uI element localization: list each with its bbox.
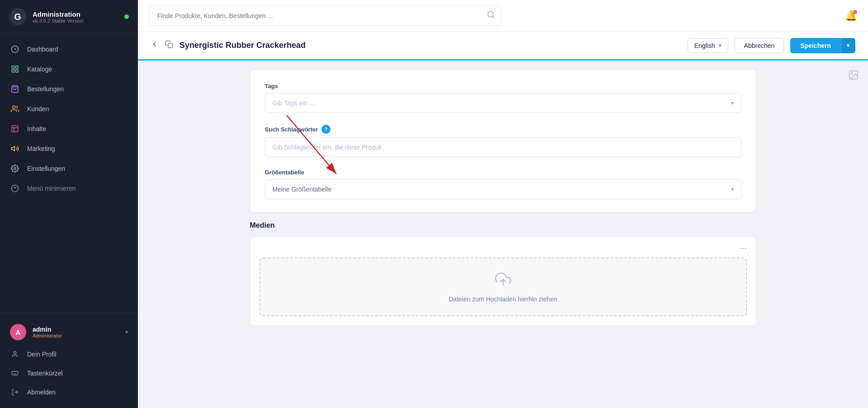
sidebar-item-einstellungen[interactable]: Einstellungen <box>0 159 138 178</box>
abmelden-icon <box>10 387 20 397</box>
dropzone-text: Dateien zum Hochladen hierhin ziehen <box>448 295 557 303</box>
suchschlagwoerter-field-group: Such Schlagwörter ? <box>265 125 741 157</box>
svg-marker-10 <box>12 146 15 151</box>
page-title: Synergistic Rubber Crackerhead <box>179 41 306 50</box>
upload-icon <box>495 271 511 291</box>
marketing-icon <box>10 144 20 154</box>
media-more-button[interactable]: ··· <box>740 244 746 253</box>
tastenkuerzel-label: Tastenkürzel <box>27 370 63 377</box>
language-label: English <box>694 42 715 49</box>
content-inner: Tags Gib Tags ein ... ▾ Such Schlagwörte… <box>232 61 774 344</box>
sidebar-item-label-einstellungen: Einstellungen <box>27 165 65 172</box>
svg-point-13 <box>14 352 16 354</box>
bestellungen-icon <box>10 84 20 94</box>
tags-label: Tags <box>265 83 741 89</box>
sidebar-item-label-dashboard: Dashboard <box>27 46 58 53</box>
sidebar-item-label-marketing: Marketing <box>27 145 55 152</box>
profil-icon <box>10 349 20 359</box>
svg-point-22 <box>851 73 853 74</box>
sidebar-nav: Dashboard Kataloge Bestellungen Kunden <box>0 34 138 313</box>
save-button[interactable]: Speichern <box>790 38 841 53</box>
main-area: 🔔 Synergistic Rubber Crackerhead English… <box>138 0 868 408</box>
sidebar-item-kataloge[interactable]: Kataloge <box>0 59 138 79</box>
topbar-right: 🔔 <box>845 10 857 22</box>
app-title: Administration <box>33 10 84 18</box>
suchschlagwoerter-label: Such Schlagwörter ? <box>265 125 741 134</box>
media-card: ··· Dateien zum Hochladen hierhin ziehen <box>250 237 756 326</box>
language-selector[interactable]: English ▾ <box>688 38 728 53</box>
minimize-label: Menü minimieren <box>27 185 75 192</box>
content-scroll[interactable]: Tags Gib Tags ein ... ▾ Such Schlagwörte… <box>138 61 868 408</box>
svg-rect-3 <box>12 66 14 68</box>
cancel-button[interactable]: Abbrechen <box>735 38 784 53</box>
copy-button[interactable] <box>165 40 173 51</box>
user-avatar: A <box>10 324 26 340</box>
sidebar-item-abmelden[interactable]: Abmelden <box>0 383 138 402</box>
medien-title: Medien <box>250 221 756 230</box>
svg-point-16 <box>488 11 493 17</box>
svg-point-12 <box>12 185 19 192</box>
kunden-icon <box>10 104 20 114</box>
user-row[interactable]: A admin Administrator ▾ <box>0 319 138 345</box>
save-dropdown-button[interactable]: ▾ <box>841 38 855 53</box>
svg-point-11 <box>14 168 16 170</box>
suchschlagwoerter-input[interactable] <box>265 137 741 157</box>
user-chevron-icon: ▾ <box>125 329 128 335</box>
user-name: admin <box>33 326 62 333</box>
svg-rect-6 <box>16 70 18 72</box>
dropzone[interactable]: Dateien zum Hochladen hierhin ziehen <box>259 258 747 316</box>
svg-rect-9 <box>12 126 18 132</box>
sidebar-item-tastenkuerzel[interactable]: Tastenkürzel <box>0 364 138 383</box>
sidebar-item-label-kataloge: Kataloge <box>27 66 52 73</box>
medien-section: Medien ··· Dateien zum Hochladen hierhin… <box>250 221 756 326</box>
sidebar: G Administration v6.3.5.2 Stable Version… <box>0 0 138 408</box>
save-button-group: Speichern ▾ <box>790 38 855 53</box>
sidebar-item-label-bestellungen: Bestellungen <box>27 85 64 93</box>
app-version: v6.3.5.2 Stable Version <box>33 18 84 23</box>
einstellungen-icon <box>10 164 20 174</box>
tags-chevron-icon: ▾ <box>731 100 734 106</box>
sidebar-item-inhalte[interactable]: Inhalte <box>0 119 138 139</box>
sidebar-item-label-inhalte: Inhalte <box>27 125 46 132</box>
sidebar-item-profil[interactable]: Dein Profil <box>0 345 138 364</box>
search-wrapper <box>149 6 501 26</box>
groessentabelle-chevron-icon: ▾ <box>731 186 734 192</box>
inhalte-icon <box>10 124 20 134</box>
product-details-card: Tags Gib Tags ein ... ▾ Such Schlagwörte… <box>250 70 756 212</box>
image-panel-button[interactable] <box>848 70 859 83</box>
sidebar-item-kunden[interactable]: Kunden <box>0 99 138 119</box>
status-dot <box>124 14 129 19</box>
notification-badge <box>853 10 857 14</box>
kataloge-icon <box>10 64 20 74</box>
help-icon[interactable]: ? <box>321 125 330 134</box>
minimize-menu[interactable]: Menü minimieren <box>0 178 138 198</box>
content-header: Synergistic Rubber Crackerhead English ▾… <box>138 32 868 61</box>
groessentabelle-value: Meine Größentabelle <box>273 186 332 193</box>
sidebar-item-marketing[interactable]: Marketing <box>0 139 138 159</box>
notification-button[interactable]: 🔔 <box>845 10 857 22</box>
sidebar-item-bestellungen[interactable]: Bestellungen <box>0 79 138 99</box>
app-title-block: Administration v6.3.5.2 Stable Version <box>33 10 84 23</box>
profil-label: Dein Profil <box>27 351 57 358</box>
minimize-icon <box>10 183 20 193</box>
search-button[interactable] <box>487 10 495 21</box>
svg-line-17 <box>492 16 494 17</box>
sidebar-item-dashboard[interactable]: Dashboard <box>0 39 138 59</box>
groessentabelle-field-group: Größentabelle Meine Größentabelle ▾ <box>265 169 741 199</box>
app-logo: G <box>9 8 26 25</box>
media-toolbar: ··· <box>250 237 756 258</box>
groessentabelle-select[interactable]: Meine Größentabelle ▾ <box>265 179 741 199</box>
back-button[interactable] <box>151 40 159 51</box>
tastenkuerzel-icon <box>10 368 20 378</box>
svg-rect-14 <box>12 371 18 375</box>
tags-field-group: Tags Gib Tags ein ... ▾ <box>265 83 741 113</box>
sidebar-bottom: A admin Administrator ▾ Dein Profil Tast… <box>0 313 138 408</box>
sidebar-header: G Administration v6.3.5.2 Stable Version <box>0 0 138 34</box>
svg-rect-5 <box>12 70 14 72</box>
tags-select[interactable]: Gib Tags ein ... ▾ <box>265 93 741 113</box>
svg-point-8 <box>13 106 15 108</box>
svg-rect-18 <box>168 43 173 48</box>
search-input[interactable] <box>149 6 501 26</box>
user-info: admin Administrator <box>33 326 62 338</box>
abmelden-label: Abmelden <box>27 389 56 396</box>
